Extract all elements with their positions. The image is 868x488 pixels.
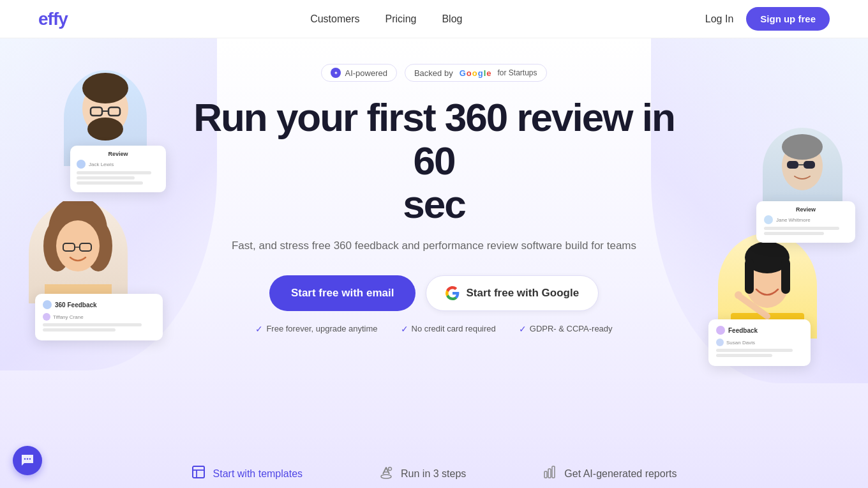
- start-google-button[interactable]: Start free with Google: [426, 275, 599, 311]
- google-backed-badge: Backed by Google for Startups: [405, 64, 547, 82]
- card-line-4: [43, 323, 142, 326]
- avatar-bl2: [43, 313, 50, 321]
- card-line-5: [43, 328, 116, 332]
- svg-point-31: [381, 475, 391, 478]
- chat-icon: [20, 454, 34, 468]
- avatar-br2: [716, 339, 724, 346]
- card-line-3: [77, 181, 143, 185]
- nav-right: Log In Sign up free: [705, 7, 830, 31]
- google-g-icon: [445, 286, 460, 300]
- svg-rect-28: [193, 466, 204, 478]
- badges-row: AI-powered Backed by Google for Startups: [13, 64, 855, 82]
- tab-templates[interactable]: Start with templates: [153, 454, 341, 488]
- fb-bl-sub: Tiffany Crane: [53, 314, 84, 320]
- svg-rect-35: [548, 469, 551, 478]
- check-icon-1: ✓: [255, 324, 263, 334]
- headline: Run your first 360 review in 60 sec: [185, 96, 683, 227]
- tab-reports-label: Get AI-generated reports: [564, 468, 677, 480]
- google-btn-label: Start free with Google: [466, 287, 579, 300]
- steps-icon: [379, 465, 393, 483]
- hero-section: Review Jack Lewis 360 Feedback Tiffany C…: [0, 38, 868, 434]
- nav-blog[interactable]: Blog: [442, 13, 462, 25]
- reports-icon: [542, 465, 557, 483]
- avatar-bl: [43, 300, 52, 309]
- ai-icon: [331, 68, 341, 78]
- headline-line2: sec: [403, 182, 465, 226]
- header: effy Customers Pricing Blog Log In Sign …: [0, 0, 868, 38]
- trust-label-2: No credit card required: [412, 324, 496, 333]
- for-startups-label: for Startups: [498, 68, 537, 77]
- trust-item-3: ✓ GDPR- & CCPA-ready: [519, 324, 613, 334]
- logo: effy: [38, 9, 68, 29]
- review-card-top-right: Review Jane Whitmore: [756, 201, 855, 243]
- svg-point-39: [29, 458, 31, 459]
- card-line-8: [716, 349, 793, 352]
- trust-item-2: ✓ No credit card required: [401, 324, 496, 334]
- login-button[interactable]: Log In: [705, 13, 733, 25]
- feedback-card-bottom-right: Feedback Susan Davis: [708, 319, 811, 366]
- chat-button[interactable]: [13, 446, 42, 475]
- check-icon-2: ✓: [401, 324, 408, 334]
- trust-label-1: Free forever, upgrade anytime: [266, 324, 377, 333]
- fb-bl-title: 360 Feedback: [43, 300, 155, 309]
- backed-by-label: Backed by: [414, 68, 453, 78]
- svg-rect-36: [552, 466, 555, 478]
- subheadline: Fast, and stress free 360 feedback and p…: [13, 240, 855, 252]
- card-line-7: [764, 232, 824, 235]
- check-icon-3: ✓: [519, 324, 527, 334]
- card-line-2: [77, 176, 135, 179]
- feedback-card-bottom-left: 360 Feedback Tiffany Crane: [35, 294, 163, 340]
- card-tr-sub: Jane Whitmore: [776, 217, 811, 223]
- ai-powered-badge: AI-powered: [321, 64, 396, 82]
- avatar-tr: [764, 215, 773, 224]
- main-nav: Customers Pricing Blog: [310, 13, 462, 25]
- tab-steps-label: Run in 3 steps: [401, 468, 466, 480]
- templates-icon: [191, 465, 206, 483]
- tab-steps[interactable]: Run in 3 steps: [341, 454, 504, 488]
- svg-point-37: [24, 458, 26, 459]
- fb-br-title: Feedback: [716, 326, 803, 335]
- card-line-1: [77, 171, 151, 174]
- card-line-9: [716, 354, 772, 357]
- svg-point-38: [27, 458, 28, 459]
- card-tl-title: Review: [77, 151, 160, 157]
- headline-line1: Run your first 360 review in 60: [193, 95, 675, 183]
- fb-br-label: Feedback: [728, 327, 758, 334]
- signup-button[interactable]: Sign up free: [746, 7, 830, 31]
- start-email-button[interactable]: Start free with email: [269, 275, 416, 311]
- avatar-br: [716, 326, 725, 335]
- avatar-tl: [77, 160, 86, 169]
- card-tl-sub: Jack Lewis: [89, 162, 114, 167]
- fb-br-sub: Susan Davis: [726, 340, 755, 346]
- card-line-6: [764, 227, 839, 230]
- fb-bl-label: 360 Feedback: [55, 301, 97, 309]
- bottom-tabs: Start with templates Run in 3 steps Get …: [0, 434, 868, 488]
- nav-pricing[interactable]: Pricing: [385, 13, 417, 25]
- nav-customers[interactable]: Customers: [310, 13, 359, 25]
- tab-reports[interactable]: Get AI-generated reports: [504, 454, 715, 488]
- svg-rect-34: [544, 471, 547, 478]
- trust-label-3: GDPR- & CCPA-ready: [530, 324, 613, 333]
- trust-item-1: ✓ Free forever, upgrade anytime: [255, 324, 377, 334]
- card-tr-title: Review: [764, 206, 848, 213]
- review-card-top-left: Review Jack Lewis: [70, 146, 166, 192]
- google-logo: Google: [460, 68, 491, 78]
- tab-templates-label: Start with templates: [213, 468, 303, 480]
- ai-badge-label: AI-powered: [345, 68, 387, 78]
- svg-point-33: [389, 468, 392, 471]
